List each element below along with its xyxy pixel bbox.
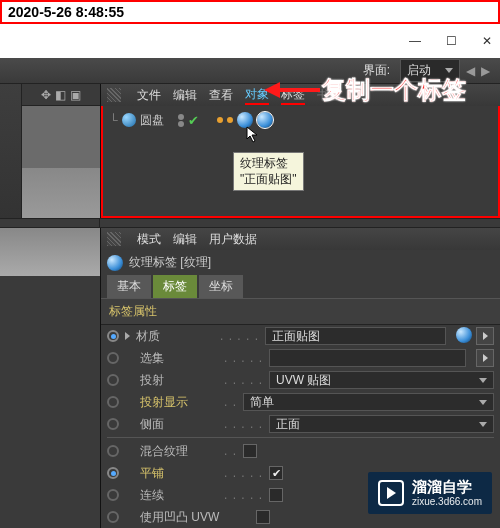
selset-picker-button[interactable] <box>476 349 494 367</box>
label-side: 侧面 <box>140 416 218 433</box>
dots: . . . . . <box>224 417 263 431</box>
dots: . . <box>224 444 237 458</box>
menu-edit[interactable]: 编辑 <box>173 87 197 104</box>
panel-splitter[interactable] <box>0 218 500 228</box>
object-manager-menu: 文件 编辑 查看 对象 标签 书签 <box>101 84 500 106</box>
enable-check-icon[interactable]: ✔ <box>188 113 199 128</box>
menu-userdata[interactable]: 用户数据 <box>209 231 257 248</box>
menu-file[interactable]: 文件 <box>137 87 161 104</box>
viewport-canvas[interactable] <box>22 106 100 218</box>
maximize-button[interactable]: ☐ <box>444 34 458 48</box>
projshow-dropdown[interactable]: 简单 <box>243 393 494 411</box>
cursor-icon <box>246 126 260 144</box>
tag-dot-icon[interactable] <box>227 117 233 123</box>
mixtex-checkbox[interactable] <box>243 444 257 458</box>
material-field[interactable]: 正面贴图 <box>265 327 446 345</box>
label-mixtex: 混合纹理 <box>140 443 218 460</box>
attribute-head: 纹理标签 [纹理] <box>101 250 500 275</box>
radio-icon[interactable] <box>107 396 119 408</box>
label-projshow: 投射显示 <box>140 394 218 411</box>
dots: . . <box>224 395 237 409</box>
radio-icon[interactable] <box>107 352 119 364</box>
layout-dropdown[interactable]: 启动 <box>400 59 460 82</box>
tab-coord[interactable]: 坐标 <box>199 275 243 298</box>
minimize-button[interactable]: — <box>408 34 422 48</box>
history-fwd-button[interactable]: ▶ <box>481 64 490 78</box>
chevron-down-icon <box>479 400 487 405</box>
row-mixtex: 混合纹理 . . <box>101 440 500 462</box>
repeat-checkbox[interactable] <box>269 488 283 502</box>
visibility-dot-icon[interactable] <box>178 114 184 120</box>
tab-basic[interactable]: 基本 <box>107 275 151 298</box>
radio-icon[interactable] <box>107 489 119 501</box>
history-back-button[interactable]: ◀ <box>466 64 475 78</box>
row-projshow: 投射显示 . . 简单 <box>101 391 500 413</box>
tile-checkbox[interactable]: ✔ <box>269 466 283 480</box>
tab-tag[interactable]: 标签 <box>153 275 197 298</box>
label-repeat: 连续 <box>140 487 218 504</box>
nav-icon[interactable]: ◧ <box>55 88 66 102</box>
dots: . . . . . <box>224 351 263 365</box>
menu-tags[interactable]: 标签 <box>281 86 305 105</box>
row-selset: 选集 . . . . . <box>101 347 500 369</box>
tool-strip <box>0 84 22 218</box>
layout-toolbar: 界面: 启动 ◀ ▶ <box>0 58 500 84</box>
divider <box>107 437 494 438</box>
radio-icon[interactable] <box>107 374 119 386</box>
label-tile: 平铺 <box>140 465 218 482</box>
useuvw-checkbox[interactable] <box>256 510 270 524</box>
material-preview-icon[interactable] <box>456 327 472 343</box>
viewport-floor[interactable] <box>0 228 100 276</box>
viewport-lower <box>0 228 100 528</box>
ui-label: 界面: <box>363 62 390 79</box>
label-projection: 投射 <box>140 372 218 389</box>
selset-field[interactable] <box>269 349 466 367</box>
menu-mode[interactable]: 模式 <box>137 231 161 248</box>
menu-bookmark[interactable]: 书签 <box>317 87 341 104</box>
projection-dropdown[interactable]: UVW 贴图 <box>269 371 494 389</box>
menu-view[interactable]: 查看 <box>209 87 233 104</box>
viewport-tools: ✥ ◧ ▣ <box>22 84 100 106</box>
menu-object[interactable]: 对象 <box>245 86 269 105</box>
dots: . . . . . <box>224 373 263 387</box>
texture-tag-icon <box>107 255 123 271</box>
attribute-tabs: 基本 标签 坐标 <box>101 275 500 298</box>
label-material: 材质 <box>136 328 214 345</box>
panel-grip-icon[interactable] <box>107 88 121 102</box>
viewport-strip: ✥ ◧ ▣ <box>22 84 100 218</box>
radio-icon[interactable] <box>107 445 119 457</box>
tree-row[interactable]: └ 圆盘 ✔ <box>109 110 492 130</box>
chevron-down-icon <box>479 422 487 427</box>
radio-icon[interactable] <box>107 467 119 479</box>
chevron-down-icon <box>445 68 453 73</box>
material-picker-button[interactable] <box>476 327 494 345</box>
tooltip-line2: "正面贴图" <box>240 172 297 188</box>
radio-icon[interactable] <box>107 511 119 523</box>
tree-branch-icon: └ <box>109 113 118 127</box>
object-name[interactable]: 圆盘 <box>140 112 164 129</box>
watermark: 溜溜自学 zixue.3d66.com <box>368 472 492 514</box>
attribute-menu: 模式 编辑 用户数据 <box>101 228 500 250</box>
tooltip-line1: 纹理标签 <box>240 156 297 172</box>
panel-grip-icon[interactable] <box>107 232 121 246</box>
layout-value: 启动 <box>407 62 431 79</box>
radio-icon[interactable] <box>107 418 119 430</box>
watermark-logo-icon <box>378 480 404 506</box>
expand-icon[interactable] <box>125 332 130 340</box>
nav-icon[interactable]: ✥ <box>41 88 51 102</box>
row-material: 材质 . . . . . 正面贴图 <box>101 325 500 347</box>
watermark-url: zixue.3d66.com <box>412 496 482 508</box>
label-selset: 选集 <box>140 350 218 367</box>
timestamp-overlay: 2020-5-26 8:48:55 <box>0 0 500 24</box>
menu-edit[interactable]: 编辑 <box>173 231 197 248</box>
label-useuvw: 使用凹凸 UVW <box>140 509 250 526</box>
visibility-dot-icon[interactable] <box>178 121 184 127</box>
dots: . . . . . <box>224 466 263 480</box>
object-manager-body[interactable]: └ 圆盘 ✔ 纹理标签 "正面贴图" <box>101 106 500 218</box>
nav-icon[interactable]: ▣ <box>70 88 81 102</box>
side-dropdown[interactable]: 正面 <box>269 415 494 433</box>
radio-icon[interactable] <box>107 330 119 342</box>
close-button[interactable]: ✕ <box>480 34 494 48</box>
chevron-down-icon <box>479 378 487 383</box>
tag-dot-icon[interactable] <box>217 117 223 123</box>
